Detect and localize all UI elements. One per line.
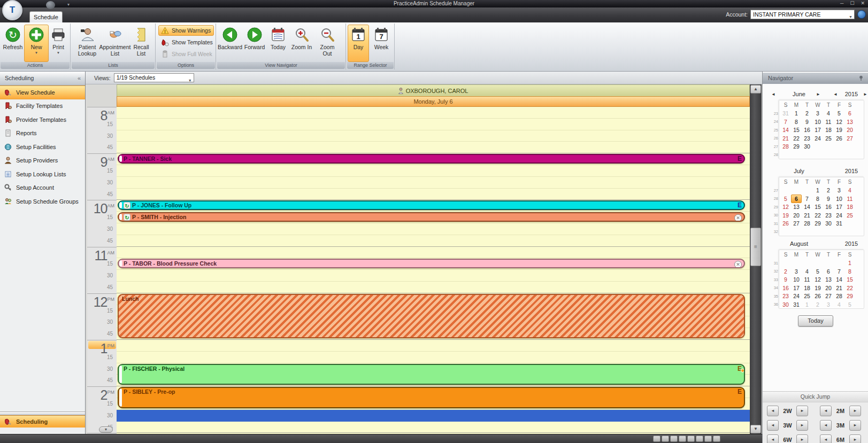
day-cell[interactable]: 16 (823, 203, 834, 211)
tab-schedule[interactable]: Schedule (29, 11, 63, 22)
day-cell[interactable]: 14 (802, 203, 812, 211)
timeslot-row[interactable] (117, 422, 750, 433)
day-cell[interactable]: 22 (812, 212, 823, 219)
eligibility-icon[interactable]: E (738, 201, 742, 209)
bottom-toolbar-button[interactable] (679, 436, 686, 442)
day-cell[interactable]: 22 (844, 284, 855, 292)
day-cell[interactable]: 22 (791, 135, 802, 142)
day-cell[interactable]: 10 (791, 276, 802, 283)
appointment[interactable]: Lunch (118, 294, 745, 338)
day-cell[interactable]: 15 (812, 203, 823, 211)
sidebar-item-provider-templates[interactable]: Provider Templates (0, 113, 85, 127)
day-cell[interactable]: 29 (812, 220, 823, 227)
new-dropdown-arrow-icon[interactable]: ▼ (35, 51, 38, 55)
timeslot-row[interactable] (117, 247, 750, 259)
quick-jump-back-button[interactable]: ◄ (767, 420, 779, 431)
quick-jump-forward-button[interactable]: ► (796, 434, 808, 443)
day-cell[interactable]: 2 (823, 186, 834, 194)
sidebar-item-setup-schedule-groups[interactable]: Setup Schedule Groups (0, 195, 85, 208)
day-cell[interactable]: 2 (812, 301, 823, 308)
timeslot-row[interactable] (117, 130, 750, 142)
day-cell[interactable]: 21 (802, 212, 812, 219)
bottom-toolbar-button[interactable] (713, 436, 720, 442)
day-cell[interactable]: 31 (791, 301, 802, 308)
zoom-out-button[interactable]: Zoom Out (315, 25, 340, 62)
day-cell[interactable]: 18 (823, 126, 834, 134)
timeslot-row[interactable] (117, 352, 750, 363)
day-cell[interactable]: 17 (791, 284, 802, 292)
appointment[interactable]: P - TABOR - Blood Pressure Check✕ (118, 259, 745, 268)
timeslot-row[interactable] (117, 223, 750, 235)
day-cell[interactable]: 1 (812, 186, 823, 194)
quick-jump-forward-button[interactable]: ► (796, 420, 808, 431)
next-year-arrow[interactable]: ► (863, 92, 867, 97)
next-month-arrow[interactable]: ► (816, 92, 820, 97)
day-cell[interactable]: 28 (802, 220, 812, 227)
cancel-icon[interactable]: ✕ (734, 214, 742, 222)
day-cell[interactable]: 19 (780, 212, 791, 219)
timeslot-row[interactable] (117, 165, 750, 177)
day-cell[interactable]: 5 (844, 301, 855, 308)
day-cell[interactable]: 4 (844, 186, 855, 194)
day-cell[interactable]: 16 (780, 284, 791, 292)
day-cell[interactable]: 28 (834, 292, 844, 300)
appointment[interactable]: P - TANNER - SickE (118, 154, 745, 164)
day-cell[interactable]: 11 (844, 195, 855, 203)
timeslot-row[interactable] (117, 177, 750, 189)
minimize-button[interactable]: ─ (840, 1, 843, 6)
bottom-toolbar-button[interactable] (696, 436, 703, 442)
new-button[interactable]: New ▼ (24, 25, 49, 62)
appointment[interactable]: ↻P - SMITH - Injection✕ (118, 212, 745, 222)
day-cell[interactable]: 28 (780, 143, 791, 150)
day-cell[interactable]: 26 (834, 135, 844, 142)
globe-icon[interactable] (857, 10, 866, 19)
day-cell[interactable]: 6 (791, 195, 802, 203)
quick-access-caret-icon[interactable]: ▾ (67, 2, 70, 7)
maximize-button[interactable]: ☐ (850, 1, 854, 6)
show-warnings-toggle[interactable]: ! Show Warnings (158, 25, 214, 36)
timeslot-row[interactable] (117, 142, 750, 153)
day-cell[interactable]: 9 (823, 195, 834, 203)
timeslot-row[interactable] (117, 340, 750, 352)
sidebar-collapse-button[interactable]: « (78, 72, 81, 85)
scrollbar-thumb[interactable] (750, 228, 761, 266)
day-cell[interactable]: 29 (791, 143, 802, 150)
day-cell[interactable]: 13 (823, 276, 834, 283)
sidebar-item-setup-lookup-lists[interactable]: Setup Lookup Lists (0, 167, 85, 181)
day-cell[interactable]: 1 (844, 259, 855, 267)
day-cell[interactable]: 4 (823, 110, 834, 117)
day-cell[interactable]: 2 (802, 110, 812, 117)
sidebar-item-setup-providers[interactable]: Setup Providers (0, 154, 85, 168)
bottom-toolbar-button[interactable] (704, 436, 712, 442)
today-button[interactable]: Today (266, 25, 290, 62)
day-cell[interactable]: 17 (812, 126, 823, 134)
bottom-scroll-strip[interactable] (0, 434, 762, 443)
day-cell[interactable]: 12 (780, 203, 791, 211)
day-cell[interactable]: 14 (780, 126, 791, 134)
appointment[interactable]: ↻P - JONES - Follow UpE (118, 200, 745, 210)
day-cell[interactable]: 24 (812, 135, 823, 142)
day-cell[interactable]: 18 (844, 203, 855, 211)
timeslot-row[interactable] (117, 107, 750, 119)
cancel-icon[interactable]: ✕ (734, 261, 742, 268)
day-cell[interactable]: 5 (834, 110, 844, 117)
day-cell[interactable]: 24 (834, 212, 844, 219)
day-cell[interactable]: 17 (834, 203, 844, 211)
sidebar-item-reports[interactable]: Reports (0, 127, 85, 141)
selected-timeslot[interactable] (117, 410, 750, 422)
timeslot-row[interactable] (117, 282, 750, 293)
day-cell[interactable]: 3 (812, 110, 823, 117)
bottom-toolbar-button[interactable] (670, 436, 678, 442)
timeslot-row[interactable] (117, 235, 750, 247)
day-cell[interactable]: 27 (791, 220, 802, 227)
sidebar-item-view-schedule[interactable]: View Schedule (0, 86, 85, 99)
account-dropdown[interactable]: INSTANT PRIMARY CARE▼ (750, 10, 855, 19)
quick-jump-forward-button[interactable]: ► (849, 434, 861, 443)
day-cell[interactable]: 30 (802, 143, 812, 150)
time-scroll-down-button[interactable]: ▼ (99, 426, 113, 433)
day-cell[interactable]: 3 (823, 301, 834, 308)
app-logo-icon[interactable]: T (2, 0, 22, 20)
day-cell[interactable]: 26 (812, 292, 823, 300)
day-cell[interactable]: 10 (812, 118, 823, 126)
day-cell[interactable]: 20 (823, 284, 834, 292)
